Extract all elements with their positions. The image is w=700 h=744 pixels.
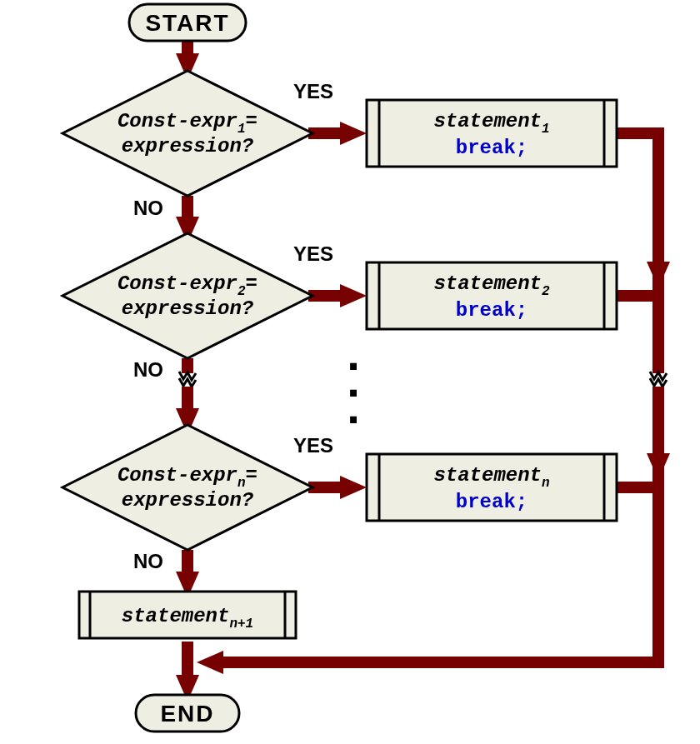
- no-label-2: NO: [133, 358, 163, 381]
- decision-1: Const-expr1= expression?: [62, 71, 312, 196]
- process-default: statementn+1: [79, 592, 296, 638]
- decision-2: Const-expr2= expression?: [62, 233, 312, 358]
- svg-text:break;: break;: [456, 491, 528, 513]
- end-terminal: END: [136, 695, 239, 732]
- decision-n: Const-exprn= expression?: [62, 425, 312, 550]
- yes-label-3: YES: [293, 434, 333, 457]
- process-1: statement1 break;: [367, 100, 617, 167]
- start-terminal: START: [129, 4, 246, 41]
- svg-text:break;: break;: [456, 299, 528, 322]
- no-label-1: NO: [133, 197, 163, 219]
- start-label: START: [145, 10, 229, 36]
- svg-text:expression?: expression?: [122, 135, 254, 157]
- yes-label-1: YES: [293, 80, 333, 102]
- svg-text:expression?: expression?: [122, 489, 254, 512]
- svg-marker-35: [62, 425, 312, 550]
- ellipsis-dot: .: [339, 384, 368, 437]
- svg-marker-19: [62, 71, 312, 196]
- svg-text:expression?: expression?: [122, 297, 254, 320]
- process-n: statementn break;: [367, 454, 617, 521]
- svg-marker-27: [62, 233, 312, 358]
- svg-text:break;: break;: [456, 137, 528, 159]
- process-2: statement2 break;: [367, 262, 617, 329]
- switch-flowchart: YES NO YES NO YES NO . . . START Const-e…: [0, 0, 700, 744]
- end-label: END: [160, 701, 214, 727]
- no-label-3: NO: [133, 550, 163, 572]
- yes-label-2: YES: [293, 242, 333, 265]
